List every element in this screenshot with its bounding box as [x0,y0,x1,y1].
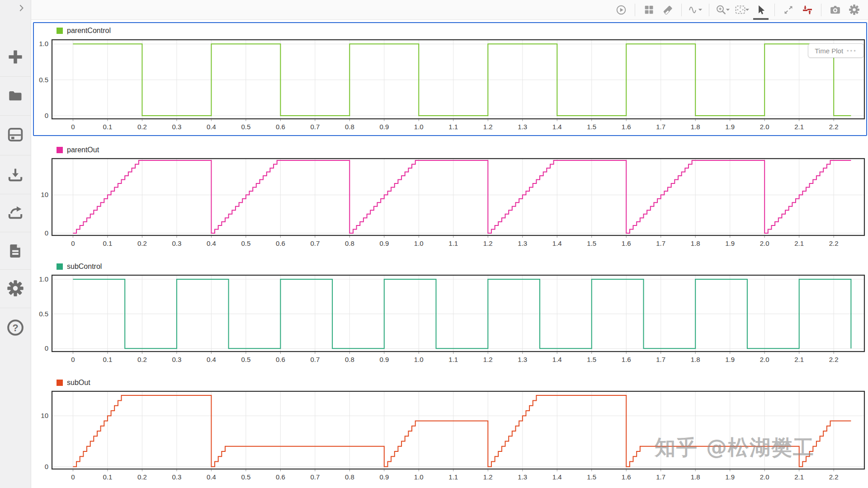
svg-text:0.1: 0.1 [103,473,112,481]
badge-menu-dots[interactable]: ••• [847,48,857,54]
layout-button[interactable] [639,0,658,20]
chevron-down-icon[interactable] [698,8,703,11]
sidebar-add-button[interactable] [0,44,31,70]
svg-text:1.5: 1.5 [587,123,596,131]
sidebar-open-button[interactable] [0,83,31,108]
expand-view-button[interactable] [779,0,798,20]
svg-text:2.1: 2.1 [794,123,804,131]
svg-text:0.7: 0.7 [310,356,320,363]
export-share-icon [7,204,24,221]
plot-panel-parentOut[interactable]: parentOut 00.10.20.30.40.50.60.70.80.91.… [33,142,867,254]
svg-text:1.2: 1.2 [483,473,493,481]
svg-text:1.7: 1.7 [656,239,665,247]
svg-text:1.5: 1.5 [587,356,596,363]
legend-swatch [57,28,63,34]
chevron-down-icon[interactable] [745,8,750,11]
legend-label: subOut [67,379,90,387]
replay-button[interactable] [612,0,631,20]
svg-text:1.7: 1.7 [656,123,665,131]
svg-text:0.3: 0.3 [172,239,181,247]
svg-text:0.4: 0.4 [207,356,216,363]
fit-to-view-button[interactable] [732,0,751,20]
svg-text:1.8: 1.8 [691,356,700,363]
svg-text:2.2: 2.2 [829,473,839,481]
svg-text:1.9: 1.9 [725,123,735,131]
svg-text:0: 0 [45,229,48,237]
svg-text:1.4: 1.4 [552,239,562,247]
sidebar-expand-button[interactable] [16,3,27,14]
svg-text:1.2: 1.2 [483,123,493,131]
collapse-view-button[interactable] [798,0,817,20]
sidebar-save-button[interactable] [0,122,31,147]
legend-swatch [57,380,63,386]
svg-text:0.8: 0.8 [345,473,354,481]
svg-text:0.3: 0.3 [172,473,181,481]
svg-text:1.3: 1.3 [518,123,527,131]
plot-panel-subOut[interactable]: subOut 00.10.20.30.40.50.60.70.80.91.01.… [33,375,867,488]
svg-text:0.6: 0.6 [276,123,285,131]
signal-trace-button[interactable] [686,0,705,20]
chevron-down-icon[interactable] [725,8,731,11]
sidebar-create-report-button[interactable] [0,238,31,263]
svg-text:10: 10 [41,412,48,419]
save-icon [7,126,24,143]
plot-panel-parentControl[interactable]: parentControl 00.10.20.30.40.50.60.70.80… [33,22,867,136]
zoom-button[interactable] [713,0,732,20]
svg-text:?: ? [12,323,18,333]
time-plot-badge[interactable]: Time Plot ••• [808,43,864,58]
plot-canvas-subControl[interactable]: 00.10.20.30.40.50.60.70.80.91.01.11.21.3… [34,274,866,371]
plot-canvas-subOut[interactable]: 00.10.20.30.40.50.60.70.80.91.01.11.21.3… [34,390,866,488]
svg-text:0: 0 [45,344,48,352]
eraser-icon [662,4,674,16]
svg-text:1.2: 1.2 [483,356,493,363]
svg-text:0.6: 0.6 [276,239,285,247]
svg-text:1.9: 1.9 [725,473,735,481]
svg-text:1.6: 1.6 [622,356,631,363]
svg-text:1.5: 1.5 [587,473,596,481]
svg-text:0.4: 0.4 [207,473,216,481]
sidebar: ? [0,0,31,488]
chevron-right-icon [19,5,25,12]
svg-text:0.8: 0.8 [345,356,354,363]
sidebar-import-button[interactable] [0,163,31,188]
plot-canvas-parentOut[interactable]: 00.10.20.30.40.50.60.70.80.91.01.11.21.3… [34,157,866,255]
plot-settings-button[interactable] [844,0,863,20]
svg-text:1.0: 1.0 [39,40,48,47]
document-icon [7,242,24,259]
svg-text:0.5: 0.5 [39,310,48,318]
legend-label: subControl [67,263,102,271]
svg-text:0.7: 0.7 [310,239,320,247]
svg-text:1.4: 1.4 [552,473,562,481]
svg-text:2.0: 2.0 [760,356,769,363]
svg-text:1.6: 1.6 [622,123,631,131]
svg-text:1.2: 1.2 [483,239,493,247]
svg-text:2.1: 2.1 [794,473,804,481]
svg-text:0.8: 0.8 [345,239,354,247]
svg-text:0.6: 0.6 [276,473,285,481]
legend: subOut [34,375,866,390]
svg-text:0.8: 0.8 [345,123,354,131]
svg-text:1.1: 1.1 [448,473,458,481]
sidebar-settings-button[interactable] [0,276,31,301]
svg-text:2.2: 2.2 [829,239,839,247]
svg-text:2.0: 2.0 [760,239,769,247]
svg-text:0.5: 0.5 [241,356,250,363]
sidebar-help-button[interactable]: ? [0,315,31,340]
svg-text:1.8: 1.8 [691,123,700,131]
replay-icon [615,4,627,16]
camera-icon [829,4,841,16]
plot-canvas-parentControl[interactable]: 00.10.20.30.40.50.60.70.80.91.01.11.21.3… [34,38,866,138]
sidebar-export-button[interactable] [0,200,31,225]
svg-text:1.0: 1.0 [414,123,424,131]
plot-toolbar [31,0,868,20]
legend: parentControl [34,23,866,38]
plot-panel-subControl[interactable]: subControl 00.10.20.30.40.50.60.70.80.91… [33,258,867,370]
svg-text:1.4: 1.4 [552,123,562,131]
svg-text:0.2: 0.2 [137,473,147,481]
pointer-button[interactable] [751,0,770,20]
collapse-icon [802,4,813,16]
svg-text:1.6: 1.6 [622,239,631,247]
snapshot-button[interactable] [826,0,844,20]
svg-text:0.5: 0.5 [241,239,250,247]
clear-plots-button[interactable] [658,0,677,20]
